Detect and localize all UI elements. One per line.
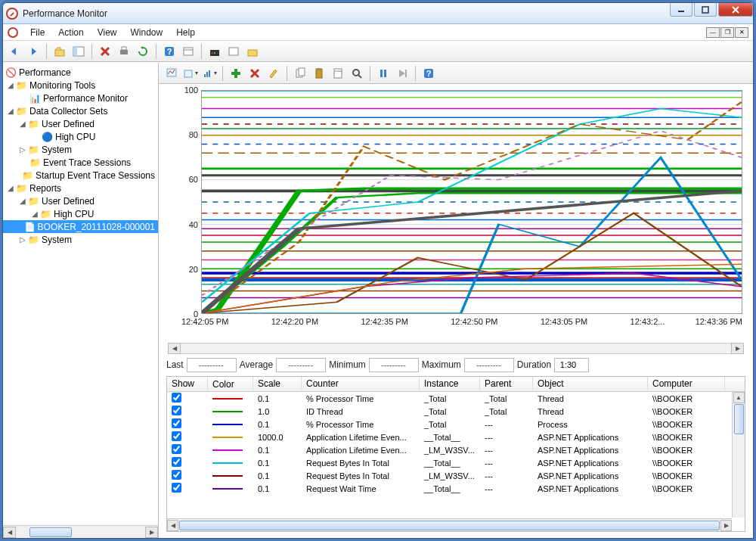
navigation-tree[interactable]: 🚫Performance ◢📁Monitoring Tools 📊Perform…	[3, 63, 158, 524]
col-color[interactable]: Color	[208, 377, 253, 391]
col-parent[interactable]: Parent	[480, 377, 533, 391]
scroll-right-icon[interactable]: ▶	[145, 527, 158, 538]
tree-node-high-cpu-dcs[interactable]: 🔵High CPU	[3, 130, 158, 143]
print-button[interactable]	[116, 43, 132, 60]
zoom-button[interactable]	[349, 65, 365, 82]
help-button[interactable]: ?	[161, 43, 178, 60]
tree-node-startup-event-trace[interactable]: 📁Startup Event Trace Sessions	[3, 169, 158, 182]
show-hide-tree-button[interactable]	[70, 43, 87, 60]
menu-window[interactable]: Window	[125, 26, 169, 39]
mdi-close-button[interactable]: ✕	[735, 27, 748, 38]
show-checkbox[interactable]	[172, 393, 181, 403]
grid-horizontal-scrollbar[interactable]: ◀ ▶	[167, 518, 732, 531]
remove-counter-button[interactable]	[246, 65, 263, 82]
cell-computer: \\BOOKER	[648, 433, 725, 442]
table-row[interactable]: 0.1Request Bytes In Total__Total__---ASP…	[167, 456, 745, 469]
tree-node-reports[interactable]: ◢📁Reports	[3, 182, 158, 194]
open-folder-button[interactable]	[244, 43, 261, 60]
scroll-up-icon[interactable]: ▲	[733, 392, 745, 403]
close-button[interactable]	[718, 3, 753, 17]
change-graph-type-button[interactable]	[201, 65, 218, 82]
col-scale[interactable]: Scale	[253, 377, 302, 391]
scroll-thumb[interactable]	[29, 527, 72, 537]
tree-node-report-selected[interactable]: 📄BOOKER_20111028-000001	[3, 220, 158, 233]
show-checkbox[interactable]	[172, 444, 181, 454]
properties-icon-button[interactable]	[330, 65, 346, 82]
toolbar-icon-2[interactable]	[225, 43, 242, 60]
col-counter[interactable]: Counter	[302, 377, 420, 391]
table-row[interactable]: 0.1% Processor Time_Total_TotalThread\\B…	[167, 392, 745, 405]
paste-button[interactable]	[311, 65, 327, 82]
show-checkbox[interactable]	[172, 470, 181, 480]
col-show[interactable]: Show	[167, 377, 208, 391]
tree-node-data-collector-sets[interactable]: ◢📁Data Collector Sets	[3, 104, 158, 117]
scroll-right-icon[interactable]: ▶	[731, 343, 744, 354]
grid-vertical-scrollbar[interactable]: ▲	[732, 392, 745, 518]
tree-node-system-reports[interactable]: ▷📁System	[3, 233, 158, 246]
tree-node-high-cpu-reports[interactable]: ◢📁High CPU	[3, 207, 158, 220]
cell-counter: ID Thread	[302, 407, 420, 416]
grid-body[interactable]: 0.1% Processor Time_Total_TotalThread\\B…	[167, 392, 745, 518]
add-counter-button[interactable]	[228, 65, 244, 82]
tree-horizontal-scrollbar[interactable]: ◀ ▶	[3, 525, 158, 538]
col-instance[interactable]: Instance	[420, 377, 480, 391]
table-row[interactable]: 0.1% Processor Time_Total---Process\\BOO…	[167, 418, 745, 431]
table-row[interactable]: 1000.0Application Lifetime Even...__Tota…	[167, 431, 745, 443]
col-object[interactable]: Object	[533, 377, 648, 391]
back-button[interactable]	[6, 43, 23, 60]
stats-avg-value: ---------	[276, 358, 326, 372]
scroll-track[interactable]	[181, 343, 731, 354]
scroll-thumb[interactable]	[179, 521, 720, 530]
menu-file[interactable]: File	[24, 26, 51, 39]
toolbar-icon-1[interactable]	[206, 43, 223, 60]
tree-node-event-trace-sessions[interactable]: 📁Event Trace Sessions	[3, 156, 158, 169]
show-checkbox[interactable]	[172, 418, 181, 428]
up-icon[interactable]	[51, 43, 68, 60]
show-checkbox[interactable]	[172, 406, 181, 415]
tree-node-system-dcs[interactable]: ▷📁System	[3, 143, 158, 156]
tree-node-user-defined-dcs[interactable]: ◢📁User Defined	[3, 117, 158, 130]
tree-node-performance-monitor[interactable]: 📊Performance Monitor	[3, 92, 158, 104]
table-row[interactable]: 0.1Request Bytes In Total_LM_W3SV...---A…	[167, 469, 745, 482]
tree-root[interactable]: 🚫Performance	[3, 66, 158, 79]
view-log-data-button[interactable]	[182, 65, 199, 82]
menu-action[interactable]: Action	[52, 26, 89, 39]
properties-button[interactable]	[180, 43, 197, 60]
scroll-left-icon[interactable]: ◀	[168, 343, 181, 354]
minimize-button[interactable]	[670, 3, 692, 17]
forward-button[interactable]	[25, 43, 42, 60]
update-data-button[interactable]	[394, 65, 411, 82]
scroll-thumb[interactable]	[734, 404, 744, 434]
table-row[interactable]: 0.1Application Lifetime Even..._LM_W3SV.…	[167, 443, 745, 456]
menu-help[interactable]: Help	[170, 26, 201, 39]
table-row[interactable]: 0.1Request Wait Time__Total__---ASP.NET …	[167, 482, 745, 495]
scroll-left-icon[interactable]: ◀	[167, 520, 178, 531]
view-current-activity-button[interactable]	[163, 65, 180, 82]
grid-header[interactable]: Show Color Scale Counter Instance Parent…	[167, 377, 745, 392]
maximize-button[interactable]	[694, 3, 717, 17]
color-swatch	[212, 437, 243, 438]
col-computer[interactable]: Computer	[648, 377, 725, 391]
mdi-minimize-button[interactable]: —	[706, 27, 720, 38]
timeline-scrollbar[interactable]: ◀ ▶	[159, 341, 753, 355]
show-checkbox[interactable]	[172, 457, 181, 467]
mdi-restore-button[interactable]: ❐	[720, 27, 734, 38]
chart-help-button[interactable]: ?	[420, 65, 437, 82]
scroll-left-icon[interactable]: ◀	[3, 527, 16, 538]
freeze-display-button[interactable]	[375, 65, 392, 82]
show-checkbox[interactable]	[172, 483, 181, 493]
chart-plot[interactable]	[201, 90, 742, 314]
table-row[interactable]: 1.0ID Thread_Total_TotalThread\\BOOKER	[167, 405, 745, 418]
show-checkbox[interactable]	[172, 431, 181, 441]
refresh-button[interactable]	[135, 43, 151, 60]
delete-button[interactable]	[97, 43, 113, 60]
tree-node-monitoring-tools[interactable]: ◢📁Monitoring Tools	[3, 79, 158, 92]
tree-node-user-defined-reports[interactable]: ◢📁User Defined	[3, 194, 158, 207]
scroll-right-icon[interactable]: ▶	[720, 520, 732, 531]
mdi-app-icon	[8, 27, 18, 38]
copy-button[interactable]	[292, 65, 308, 82]
menu-view[interactable]: View	[91, 26, 123, 39]
titlebar[interactable]: Performance Monitor	[3, 3, 753, 24]
tree-label: Event Trace Sessions	[43, 157, 131, 168]
highlight-button[interactable]	[265, 65, 282, 82]
